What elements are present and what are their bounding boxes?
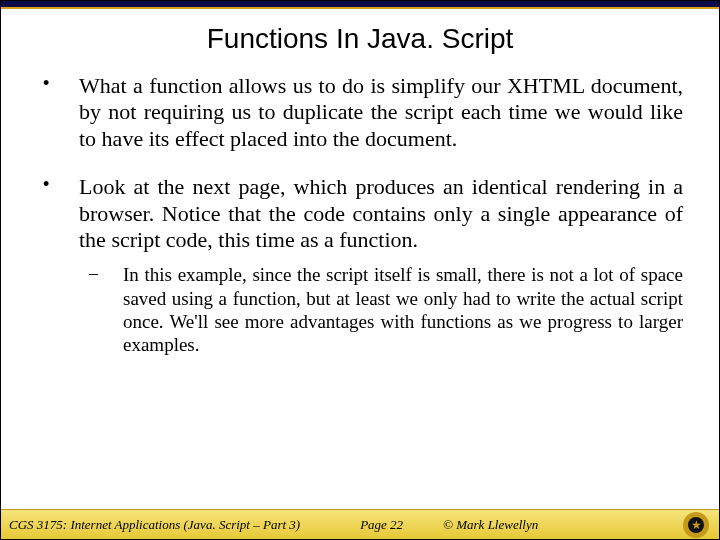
bullet-item: Look at the next page, which produces an… [37, 174, 683, 356]
bullet-text: Look at the next page, which produces an… [79, 174, 683, 252]
ucf-logo: ★ [683, 512, 709, 538]
bullet-item: What a function allows us to do is simpl… [37, 73, 683, 152]
slide-footer: CGS 3175: Internet Applications (Java. S… [1, 509, 719, 539]
footer-copyright: © Mark Llewellyn [443, 517, 538, 533]
slide-content: What a function allows us to do is simpl… [1, 73, 719, 356]
sub-bullet-item: In this example, since the script itself… [79, 263, 683, 356]
main-bullet-list: What a function allows us to do is simpl… [37, 73, 683, 356]
slide-title: Functions In Java. Script [1, 23, 719, 55]
accent-underline [1, 7, 719, 9]
footer-page: Page 22 [360, 517, 403, 533]
sub-bullet-list: In this example, since the script itself… [79, 263, 683, 356]
footer-course: CGS 3175: Internet Applications (Java. S… [9, 517, 300, 533]
